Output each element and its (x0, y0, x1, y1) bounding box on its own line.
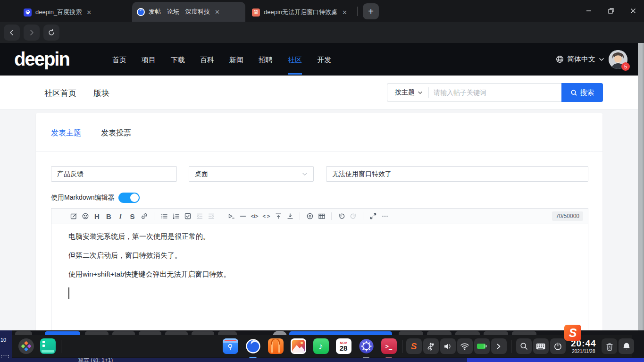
nav-download[interactable]: 下载 (171, 44, 185, 75)
nav-develop[interactable]: 开发 (317, 44, 331, 75)
background-hint-text: 算式 (如: 1+1) (78, 358, 113, 362)
upload-icon[interactable] (304, 210, 316, 222)
notification-center-icon[interactable] (618, 338, 635, 355)
multitasking-view-icon[interactable] (39, 338, 56, 355)
editor-line: 电脑安装完系统后，第一次使用是很正常的。 (68, 231, 578, 242)
browser-dock-icon[interactable] (244, 338, 261, 355)
community-home-link[interactable]: 社区首页 (44, 88, 76, 99)
nav-wiki[interactable]: 百科 (200, 44, 214, 75)
insert-after-icon[interactable] (284, 210, 296, 222)
inline-code-icon[interactable]: < > (260, 210, 272, 222)
deepin-browser-favicon (137, 8, 145, 16)
tab-separator (357, 7, 358, 16)
tray-expand-icon[interactable] (490, 338, 507, 355)
outdent-icon[interactable] (193, 210, 205, 222)
italic-icon[interactable]: I (115, 210, 126, 222)
tab-close-icon[interactable]: ✕ (85, 9, 92, 16)
tab-close-icon[interactable]: ✕ (341, 9, 348, 16)
table-icon[interactable] (316, 210, 327, 222)
forums-link[interactable]: 版块 (93, 88, 109, 99)
window-restore-button[interactable] (604, 4, 618, 18)
volume-tray-icon[interactable] (439, 338, 456, 355)
control-center-icon[interactable] (358, 338, 375, 355)
text-cursor (68, 287, 69, 299)
reload-button[interactable] (43, 25, 59, 41)
subcategory-select[interactable]: 桌面 (189, 166, 314, 182)
browser-tab-2-active[interactable]: 发帖－论坛－深度科技 ✕ (132, 2, 245, 22)
music-icon[interactable]: ♪ (312, 338, 329, 355)
chevron-down-icon (599, 58, 604, 61)
nav-news[interactable]: 新闻 (229, 44, 243, 75)
dock-clock[interactable]: 20:44 2021/11/28 (571, 339, 596, 354)
deepin-logo[interactable]: deepin (14, 49, 69, 70)
sogou-tray-icon[interactable]: S (405, 338, 422, 355)
tab-new-poll[interactable]: 发表投票 (101, 128, 131, 138)
nav-jobs[interactable]: 招聘 (259, 44, 273, 75)
new-tab-button[interactable]: + (363, 3, 379, 19)
page-scrollbar[interactable] (638, 43, 644, 331)
search-input[interactable] (429, 89, 561, 96)
battery-tray-icon[interactable] (473, 338, 490, 355)
launcher-icon[interactable] (17, 338, 34, 355)
indent-icon[interactable] (205, 210, 217, 222)
search-filter-dropdown[interactable]: 按主题 (387, 87, 429, 98)
usb-tray-icon[interactable] (422, 338, 439, 355)
nav-community[interactable]: 社区 (288, 44, 302, 75)
search-button[interactable]: 搜索 (561, 83, 603, 102)
tab-close-icon[interactable]: ✕ (214, 8, 221, 16)
tab-new-topic[interactable]: 发表主题 (51, 128, 81, 138)
browser-tab-bar: deepin_百度搜索 ✕ 发帖－论坛－深度科技 ✕ 简 deepin无法开启窗… (0, 0, 644, 22)
notification-badge: 5 (621, 62, 630, 71)
forward-button[interactable] (24, 25, 40, 41)
checklist-icon[interactable] (182, 210, 193, 222)
strikethrough-icon[interactable]: S (126, 210, 138, 222)
nav-projects[interactable]: 项目 (142, 44, 156, 75)
grand-search-icon[interactable] (515, 338, 532, 355)
fullscreen-icon[interactable] (367, 210, 379, 222)
background-window-edge: 10 (0, 330, 12, 362)
insert-before-icon[interactable] (272, 210, 284, 222)
ordered-list-icon[interactable] (170, 210, 182, 222)
redo-icon[interactable] (347, 210, 359, 222)
emoji-icon[interactable] (79, 210, 91, 222)
browser-tab-1[interactable]: deepin_百度搜索 ✕ (19, 3, 131, 22)
edit-mode-icon[interactable] (67, 210, 79, 222)
post-title-input[interactable]: 无法使用窗口特效了 (326, 166, 588, 182)
horizontal-line-icon[interactable] (237, 210, 249, 222)
scrollbar-thumb[interactable] (638, 43, 643, 331)
trash-icon[interactable] (601, 338, 618, 355)
unordered-list-icon[interactable] (158, 210, 170, 222)
undo-icon[interactable] (335, 210, 347, 222)
file-manager-icon[interactable] (222, 338, 239, 355)
chevron-down-icon (302, 172, 308, 176)
browser-tab-3[interactable]: 简 deepin无法开启窗口特效桌 ✕ (247, 3, 356, 22)
app-store-icon[interactable] (267, 338, 284, 355)
code-block-icon[interactable]: </> (249, 210, 260, 222)
search-button-label: 搜索 (580, 88, 594, 97)
category-select[interactable]: 产品反馈 (51, 166, 177, 182)
nav-home[interactable]: 首页 (112, 44, 126, 75)
more-icon[interactable] (379, 210, 391, 222)
globe-icon (556, 55, 564, 63)
wifi-tray-icon[interactable] (456, 338, 473, 355)
editor-content[interactable]: 电脑安装完系统后，第一次使用是很正常的。 但第二次启动后，窗口特效消失了。 使用… (51, 224, 588, 300)
window-minimize-button[interactable] (582, 4, 596, 18)
bold-icon[interactable]: B (103, 210, 115, 222)
calendar-icon[interactable]: NOV 28 (335, 338, 352, 355)
back-button[interactable] (4, 25, 20, 41)
sogou-logo-icon[interactable]: S (564, 325, 581, 341)
quote-icon[interactable] (225, 210, 237, 222)
onscreen-keyboard-icon[interactable] (532, 338, 549, 355)
heading-icon[interactable]: H (91, 210, 103, 222)
window-close-button[interactable] (626, 4, 640, 18)
tab-title: 发帖－论坛－深度科技 (149, 8, 210, 16)
shutdown-icon[interactable] (549, 338, 566, 355)
link-icon[interactable] (138, 210, 150, 222)
language-selector[interactable]: 简体中文 (556, 43, 604, 76)
markdown-toggle-label: 使用Markdown编辑器 (51, 194, 115, 202)
terminal-icon[interactable]: >_ (380, 338, 397, 355)
category-value: 产品反馈 (57, 170, 84, 178)
background-page-number: 10 (0, 337, 6, 343)
markdown-toggle[interactable] (118, 193, 140, 203)
image-viewer-icon[interactable] (290, 338, 307, 355)
